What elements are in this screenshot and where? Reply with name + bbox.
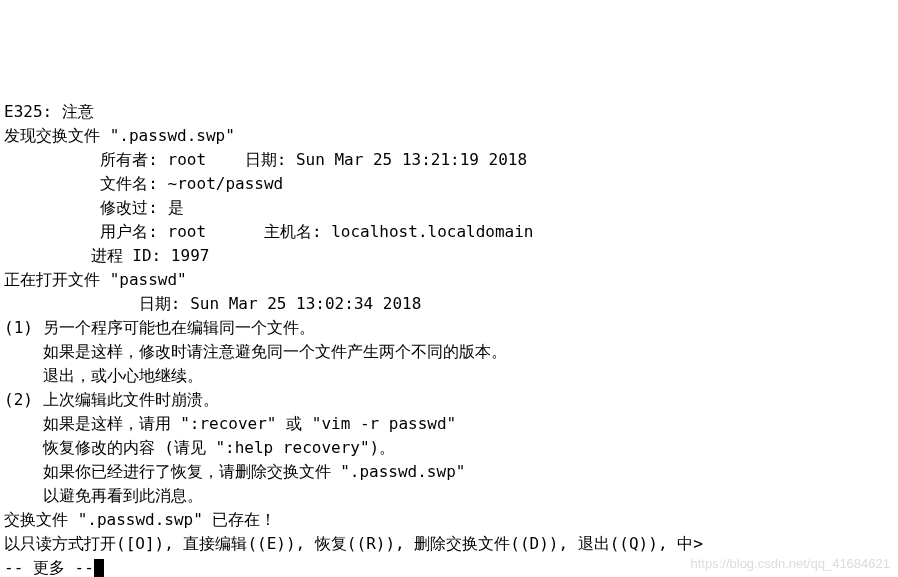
- reason-2-line-5: 以避免再看到此消息。: [4, 484, 894, 508]
- opening-file-line: 正在打开文件 "passwd": [4, 268, 894, 292]
- watermark-text: https://blog.csdn.net/qq_41684621: [691, 554, 891, 574]
- reason-2-line-2: 如果是这样，请用 ":recover" 或 "vim -r passwd": [4, 412, 894, 436]
- reason-2-line-1: (2) 上次编辑此文件时崩溃。: [4, 388, 894, 412]
- cursor-icon: [94, 559, 104, 577]
- filename-line: 文件名: ~root/passwd: [4, 172, 894, 196]
- reason-1-line-2: 如果是这样，修改时请注意避免同一个文件产生两个不同的版本。: [4, 340, 894, 364]
- reason-2-line-4: 如果你已经进行了恢复，请删除交换文件 ".passwd.swp": [4, 460, 894, 484]
- modified-line: 修改过: 是: [4, 196, 894, 220]
- vim-prompt-options[interactable]: 以只读方式打开([O]), 直接编辑((E)), 恢复((R)), 删除交换文件…: [4, 532, 894, 556]
- swap-file-found: 发现交换文件 ".passwd.swp": [4, 124, 894, 148]
- more-prompt[interactable]: -- 更多 --: [4, 558, 94, 577]
- owner-date-line: 所有者: root 日期: Sun Mar 25 13:21:19 2018: [4, 148, 894, 172]
- file-date-line: 日期: Sun Mar 25 13:02:34 2018: [4, 292, 894, 316]
- reason-1-line-1: (1) 另一个程序可能也在编辑同一个文件。: [4, 316, 894, 340]
- username-hostname-line: 用户名: root 主机名: localhost.localdomain: [4, 220, 894, 244]
- swap-exists-line: 交换文件 ".passwd.swp" 已存在！: [4, 508, 894, 532]
- reason-2-line-3: 恢复修改的内容 (请见 ":help recovery")。: [4, 436, 894, 460]
- reason-1-line-3: 退出，或小心地继续。: [4, 364, 894, 388]
- process-id-line: 进程 ID: 1997: [4, 244, 894, 268]
- vim-error-code: E325: 注意: [4, 100, 894, 124]
